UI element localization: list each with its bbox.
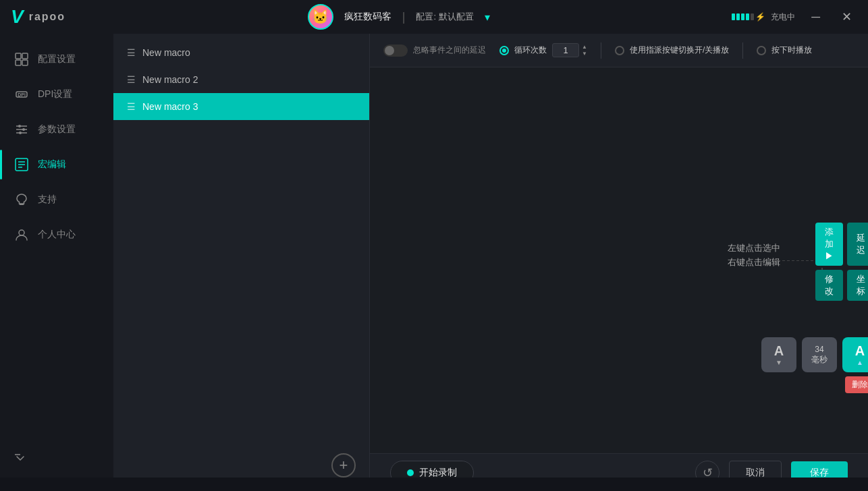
charging-icon: ⚡ — [755, 12, 765, 22]
title-center: 🐱 疯狂数码客 | 配置: 默认配置 ▾ — [308, 4, 490, 30]
svg-point-11 — [19, 132, 22, 134]
svg-rect-16 — [20, 204, 24, 205]
key-node-1[interactable]: A ▼ — [761, 337, 796, 372]
battery-bars — [732, 13, 754, 20]
loop-count-radio[interactable] — [499, 46, 509, 55]
macro-item-3[interactable]: ☰ New macro 3 — [113, 93, 369, 120]
toggle-track[interactable] — [383, 45, 408, 57]
options-bar: 忽略事件之间的延迟 循环次数 ▲ ▼ 使用指派按键切换开/关播放 按下时播放 — [370, 34, 868, 67]
delay-value: 34 — [815, 345, 823, 354]
macro-list: ☰ New macro ☰ New macro 2 ☰ New macro 3 — [113, 34, 369, 491]
dpi-icon: DPI — [13, 86, 30, 103]
toggle-play-radio[interactable] — [615, 46, 624, 55]
svg-rect-2 — [16, 60, 21, 65]
macro-item-label-1: New macro — [142, 47, 190, 58]
macro-item-icon-2: ☰ — [127, 74, 136, 85]
key-label-1: A — [774, 343, 784, 359]
sidebar-item-param[interactable]: 参数设置 — [0, 112, 113, 147]
delay-action-button[interactable]: 延迟 — [847, 223, 868, 266]
battery-area: ⚡ 充电中 — [732, 11, 795, 23]
macro-item-label-3: New macro 3 — [142, 101, 198, 112]
macro-item-1[interactable]: ☰ New macro — [113, 39, 369, 66]
delay-box[interactable]: 34 毫秒 — [802, 337, 837, 372]
add-action-button[interactable]: 添加▶ — [815, 223, 843, 266]
sidebar-item-dpi[interactable]: DPI DPI设置 — [0, 77, 113, 112]
macro-item-label-2: New macro 2 — [142, 74, 198, 85]
delay-unit: 毫秒 — [811, 354, 828, 366]
config-dropdown-icon[interactable]: ▾ — [485, 11, 490, 24]
record-dot — [407, 469, 414, 476]
action-popup: 添加▶ 延迟 修改 坐标 — [815, 223, 868, 301]
svg-rect-3 — [22, 60, 28, 65]
param-icon — [13, 121, 30, 138]
status-bar — [0, 478, 868, 491]
tooltip-area: 左键点击选中 右键点击编辑 — [728, 241, 780, 270]
edit-action-button[interactable]: 修改 — [815, 270, 843, 301]
minimize-button[interactable]: ─ — [806, 7, 825, 27]
battery-bar-3 — [741, 13, 744, 20]
key-arrow-1: ▼ — [776, 359, 782, 366]
battery-bar-4 — [746, 13, 749, 20]
battery-bar-5 — [751, 13, 754, 20]
config-label: 配置: 默认配置 — [416, 11, 473, 23]
main-content: ☰ New macro ☰ New macro 2 ☰ New macro 3 … — [113, 34, 868, 491]
macro-icon — [13, 156, 30, 173]
svg-rect-0 — [16, 53, 21, 59]
battery-bar-1 — [732, 13, 735, 20]
svg-point-9 — [18, 125, 21, 127]
profile-icon — [13, 227, 30, 243]
record-label: 开始录制 — [419, 467, 457, 479]
key-arrow-2: ▲ — [857, 359, 863, 366]
sidebar: 配置设置 DPI DPI设置 参数设置 — [0, 34, 113, 491]
sidebar-item-profile[interactable]: 个人中心 — [0, 217, 113, 252]
battery-text: 充电中 — [771, 11, 795, 23]
macro-item-icon-1: ☰ — [127, 47, 136, 58]
press-play-group: 按下时播放 — [757, 45, 812, 56]
options-divider — [601, 42, 601, 59]
ignore-delay-label: 忽略事件之间的延迟 — [413, 45, 486, 56]
ignore-delay-toggle[interactable]: 忽略事件之间的延迟 — [383, 45, 486, 57]
logo-v-icon: V — [11, 6, 24, 28]
loop-count-group: 循环次数 ▲ ▼ — [499, 43, 587, 57]
count-up-arrow[interactable]: ▲ — [582, 44, 587, 51]
action-row-1: 添加▶ 延迟 — [815, 223, 868, 266]
close-button[interactable]: ✕ — [836, 7, 857, 27]
macro-item-2[interactable]: ☰ New macro 2 — [113, 66, 369, 93]
sidebar-label-profile: 个人中心 — [38, 229, 76, 241]
delay-node[interactable]: 34 毫秒 — [802, 337, 837, 372]
sidebar-item-config[interactable]: 配置设置 — [0, 42, 113, 77]
sidebar-label-dpi: DPI设置 — [38, 88, 72, 100]
svg-text:DPI: DPI — [18, 92, 26, 97]
toggle-thumb — [385, 46, 394, 55]
expand-button[interactable] — [0, 442, 113, 478]
key-box-2[interactable]: A ▲ — [842, 337, 868, 372]
loop-count-label: 循环次数 — [514, 45, 547, 56]
title-right: ⚡ 充电中 ─ ✕ — [732, 7, 857, 27]
delete-button[interactable]: 删除 — [845, 376, 868, 393]
tooltip-line1: 左键点击选中 — [728, 241, 780, 256]
press-play-label: 按下时播放 — [771, 45, 812, 56]
action-row-2: 修改 坐标 — [815, 270, 868, 301]
key-label-2: A — [855, 343, 865, 359]
key-node-2[interactable]: A ▲ 删除 — [842, 337, 868, 393]
logo-area: V rapoo — [11, 6, 65, 28]
svg-rect-1 — [22, 53, 28, 59]
press-play-radio[interactable] — [757, 46, 766, 55]
macro-panel: ☰ New macro ☰ New macro 2 ☰ New macro 3 … — [113, 34, 370, 491]
logo-rapoo: rapoo — [29, 11, 65, 23]
options-divider-2 — [742, 42, 743, 59]
add-macro-button[interactable]: + — [331, 453, 356, 478]
coord-action-button[interactable]: 坐标 — [847, 270, 868, 301]
user-name: 疯狂数码客 — [344, 11, 391, 23]
sidebar-label-config: 配置设置 — [38, 53, 76, 65]
editor-panel: 忽略事件之间的延迟 循环次数 ▲ ▼ 使用指派按键切换开/关播放 按下时播放 — [370, 34, 868, 491]
loop-count-input[interactable] — [552, 43, 579, 57]
config-icon — [13, 51, 30, 67]
sidebar-item-support[interactable]: 支持 — [0, 182, 113, 217]
count-down-arrow[interactable]: ▼ — [582, 51, 587, 57]
count-arrows: ▲ ▼ — [582, 44, 587, 57]
sidebar-item-macro[interactable]: 宏编辑 — [0, 147, 113, 182]
key-box-1[interactable]: A ▼ — [761, 337, 796, 372]
toggle-play-group: 使用指派按键切换开/关播放 — [615, 45, 729, 56]
divider: | — [402, 10, 406, 24]
